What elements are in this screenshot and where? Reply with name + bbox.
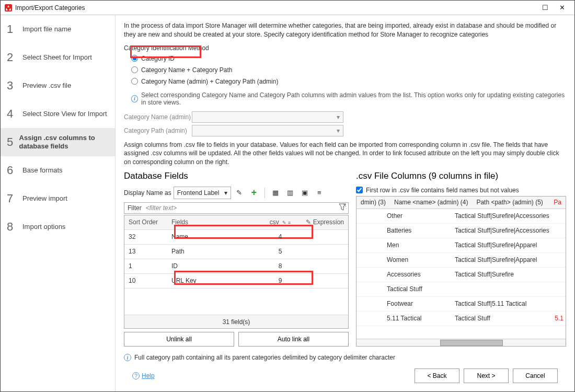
cell-field: Name bbox=[171, 233, 259, 240]
close-button[interactable]: ✕ bbox=[554, 1, 570, 15]
step-number: 6 bbox=[7, 164, 18, 177]
first-row-label: First row in .csv file contains field na… bbox=[366, 187, 519, 194]
wizard-step-2[interactable]: 2Select Sheet for Import bbox=[1, 43, 115, 72]
wizard-step-6[interactable]: 6Base formats bbox=[1, 156, 115, 185]
step-label: Assign .csv columns to database fields bbox=[19, 134, 109, 150]
filter-input[interactable] bbox=[145, 203, 337, 213]
step-number: 1 bbox=[7, 22, 18, 36]
tool-icon-4[interactable]: ≡ bbox=[313, 187, 326, 199]
step-number: 2 bbox=[7, 51, 18, 64]
wizard-step-7[interactable]: 7Preview import bbox=[1, 185, 115, 213]
wizard-step-4[interactable]: 4Select Store View for Import bbox=[1, 100, 115, 128]
csv-columns-heading: .csv File Columns (9 columns in file) bbox=[356, 171, 566, 181]
radio-name-path-admin-label: Category Name (admin) + Category Path (a… bbox=[141, 78, 278, 85]
csv-cell-name: Women bbox=[383, 256, 451, 263]
csv-head-b[interactable]: Name <name> (admin) (4) bbox=[390, 199, 472, 206]
back-button[interactable]: < Back bbox=[415, 368, 459, 383]
wizard-step-8[interactable]: 8Import options bbox=[1, 213, 115, 241]
csv-cell-name: Batteries bbox=[383, 227, 451, 234]
unlink-all-button[interactable]: Unlink all bbox=[124, 332, 234, 347]
csv-cell-path: Tactical Stuff|Surefire|Apparel bbox=[451, 256, 550, 263]
csv-row[interactable]: BatteriesTactical Stuff|Surefire|Accesso… bbox=[356, 224, 566, 238]
csv-row[interactable]: WomenTactical Stuff|Surefire|Apparel bbox=[356, 253, 566, 268]
csv-head-c[interactable]: Path <path> (admin) (5) bbox=[472, 199, 547, 206]
assign-description: Assign columns from .csv file to fields … bbox=[124, 141, 566, 167]
display-name-value: Frontend Label bbox=[177, 189, 220, 197]
category-path-admin-select[interactable]: ▾ bbox=[192, 125, 343, 136]
maximize-button[interactable]: ☐ bbox=[537, 1, 554, 15]
col-fields[interactable]: Fields bbox=[171, 218, 259, 226]
csv-cell-name: Accessories bbox=[383, 271, 451, 278]
database-fields-heading: Database Fields bbox=[124, 171, 349, 181]
auto-link-all-button[interactable]: Auto link all bbox=[238, 332, 349, 347]
titlebar: Import/Export Categories ☐ ✕ bbox=[1, 1, 574, 15]
edit-icon[interactable]: ✎ bbox=[233, 187, 246, 199]
grid-footer: 31 field(s) bbox=[124, 315, 348, 328]
radio-category-id[interactable] bbox=[131, 55, 138, 62]
radio-name-path[interactable] bbox=[131, 66, 138, 73]
cell-field: ID bbox=[171, 262, 259, 270]
csv-cell-extra: 5.1 bbox=[550, 315, 566, 322]
wizard-step-3[interactable]: 3Preview .csv file bbox=[1, 72, 115, 100]
radio-name-path-admin[interactable] bbox=[131, 78, 138, 85]
csv-row[interactable]: 5.11 TacticalTactical Stuff5.1 bbox=[356, 312, 566, 326]
csv-cell-path: Tactical Stuff|5.11 Tactical bbox=[451, 300, 550, 307]
add-icon[interactable]: + bbox=[248, 187, 260, 199]
cell-field: Path bbox=[171, 248, 259, 255]
csv-cell-path: Tactical Stuff bbox=[451, 315, 550, 322]
cell-csv: 8 bbox=[259, 262, 301, 270]
wizard-step-1[interactable]: 1Import file name bbox=[1, 15, 115, 43]
next-button[interactable]: Next > bbox=[464, 368, 509, 383]
csv-row[interactable]: Tactical Stuff bbox=[356, 282, 566, 297]
csv-row[interactable]: AccessoriesTactical Stuff|Surefire bbox=[356, 268, 566, 282]
identification-info: Select corresponding Category Name and C… bbox=[141, 91, 566, 106]
tool-icon-1[interactable]: ▦ bbox=[269, 187, 282, 199]
wizard-step-5[interactable]: 5Assign .csv columns to database fields bbox=[1, 128, 115, 156]
csv-row[interactable]: MenTactical Stuff|Surefire|Apparel bbox=[356, 238, 566, 253]
cell-csv: 5 bbox=[259, 248, 301, 255]
display-name-select[interactable]: Frontend Label ▾ bbox=[174, 187, 231, 199]
csv-cell-name: Footwear bbox=[383, 300, 451, 307]
step-label: Base formats bbox=[22, 166, 63, 175]
window-title: Import/Export Categories bbox=[15, 4, 85, 11]
cell-sort: 13 bbox=[124, 248, 171, 255]
tool-icon-3[interactable]: ▣ bbox=[298, 187, 311, 199]
step-label: Select Store View for Import bbox=[22, 110, 107, 118]
col-sort-order[interactable]: Sort Order bbox=[124, 218, 171, 226]
csv-h-scrollbar[interactable] bbox=[356, 339, 566, 346]
info-icon: i bbox=[124, 354, 131, 361]
info-icon: i bbox=[131, 95, 138, 102]
field-row[interactable]: 13Path5 bbox=[124, 245, 348, 259]
csv-row[interactable]: OtherTactical Stuff|Surefire|Accessories bbox=[356, 209, 566, 224]
col-csv[interactable]: csv ✎ ≡ bbox=[259, 218, 301, 226]
help-link[interactable]: ? Help bbox=[132, 372, 155, 379]
cancel-button[interactable]: Cancel bbox=[513, 368, 558, 383]
category-name-admin-select[interactable]: ▾ bbox=[192, 111, 343, 123]
field-row[interactable]: 32Name4 bbox=[124, 230, 348, 245]
csv-cell-path: Tactical Stuff|Surefire|Accessories bbox=[451, 212, 550, 220]
cell-sort: 32 bbox=[124, 233, 171, 240]
csv-cell-path: Tactical Stuff|Surefire bbox=[451, 271, 550, 278]
csv-row[interactable]: FootwearTactical Stuff|5.11 Tactical bbox=[356, 297, 566, 312]
cell-sort: 10 bbox=[124, 277, 171, 284]
csv-head-a[interactable]: dmin) (3) bbox=[356, 199, 390, 206]
bottom-info-text: Full category path containing all its pa… bbox=[134, 354, 395, 361]
col-expression[interactable]: ✎ Expression bbox=[301, 218, 348, 226]
radio-category-id-label: Category ID bbox=[141, 55, 175, 62]
step-number: 4 bbox=[7, 107, 18, 121]
field-row[interactable]: 10URL Key9 bbox=[124, 274, 348, 289]
tool-icon-2[interactable]: ▥ bbox=[284, 187, 296, 199]
step-label: Preview import bbox=[22, 194, 67, 203]
radio-name-path-label: Category Name + Category Path bbox=[141, 66, 232, 74]
filter-clear-icon[interactable] bbox=[337, 203, 348, 212]
field-row[interactable]: 1ID8 bbox=[124, 259, 348, 274]
csv-cell-path: Tactical Stuff|Surefire|Apparel bbox=[451, 241, 550, 249]
identification-group-label: Category Identification Method bbox=[124, 44, 566, 52]
csv-head-d[interactable]: Pa bbox=[549, 199, 566, 206]
csv-cell-name: Tactical Stuff bbox=[383, 285, 451, 293]
step-label: Import options bbox=[22, 223, 65, 231]
cell-csv: 4 bbox=[259, 233, 301, 240]
step-label: Import file name bbox=[22, 25, 71, 33]
step-number: 5 bbox=[7, 135, 15, 149]
first-row-checkbox[interactable] bbox=[356, 187, 363, 193]
